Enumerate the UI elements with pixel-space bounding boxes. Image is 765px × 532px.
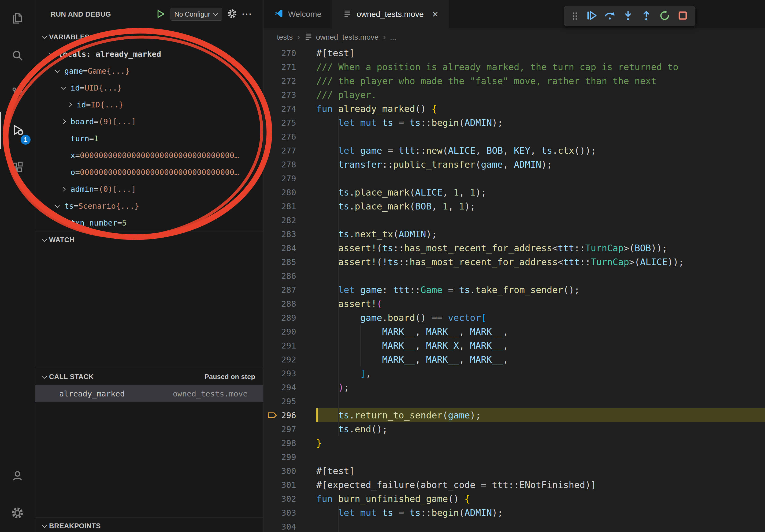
code-line-text[interactable]: ); [316, 381, 765, 394]
variable-row-id[interactable]: id = UID{...} [35, 79, 263, 96]
code-line-text[interactable] [316, 450, 765, 464]
activity-bar-item-explorer[interactable] [0, 0, 35, 37]
variable-row-locals-already_marked[interactable]: locals: already_marked [35, 46, 263, 62]
gutter[interactable]: 271 [264, 60, 316, 74]
variable-row-txn_number[interactable]: txn_number = 5 [35, 214, 263, 231]
gutter[interactable]: 289 [264, 311, 316, 325]
call-stack-frame[interactable]: already_markedowned_tests.move [35, 385, 263, 402]
code-line-text[interactable]: fun burn_unfinished_game() { [316, 492, 765, 506]
variable-row-o[interactable]: o = 000000000000000000000000000000000… [35, 164, 263, 180]
code-line-text[interactable]: MARK__, MARK__, MARK__, [316, 325, 765, 339]
gutter[interactable]: 286 [264, 269, 316, 283]
code-line-text[interactable]: ts.end(); [316, 422, 765, 436]
variable-row-board[interactable]: board = (9)[...] [35, 113, 263, 130]
variables-section-header[interactable]: VARIABLES [35, 28, 263, 46]
debug-config-dropdown[interactable]: No Configur [171, 8, 222, 21]
variable-row-turn[interactable]: turn = 1 [35, 130, 263, 147]
code-line-text[interactable]: MARK__, MARK_X, MARK__, [316, 339, 765, 353]
gutter[interactable]: 279 [264, 171, 316, 185]
gutter[interactable]: 294 [264, 381, 316, 394]
code-line-text[interactable]: ts.place_mark(ALICE, 1, 1); [316, 185, 765, 199]
code-line-text[interactable]: transfer::public_transfer(game, ADMIN); [316, 157, 765, 171]
code-line-text[interactable]: assert!(ts::has_most_recent_for_address<… [316, 241, 765, 255]
code-line-text[interactable]: let game: ttt::Game = ts.take_from_sende… [316, 283, 765, 297]
continue-button[interactable] [584, 9, 599, 24]
gutter[interactable]: 291 [264, 339, 316, 353]
gutter[interactable]: 297 [264, 422, 316, 436]
tab-welcome[interactable]: Welcome [264, 0, 333, 28]
call-stack-section-header[interactable]: CALL STACK Paused on step [35, 368, 263, 385]
code-line-text[interactable] [316, 394, 765, 408]
code-line-text[interactable]: assert!(!ts::has_most_recent_for_address… [316, 255, 765, 269]
code-line-text[interactable]: } [316, 436, 765, 450]
gutter[interactable]: 277 [264, 143, 316, 157]
code-line-text[interactable]: let mut ts = ts::begin(ADMIN); [316, 116, 765, 130]
gutter[interactable]: 292 [264, 353, 316, 367]
variable-row-ts[interactable]: ts = Scenario{...} [35, 197, 263, 214]
code-line-text[interactable]: #[test] [316, 464, 765, 478]
code-line-text[interactable]: let game = ttt::new(ALICE, BOB, KEY, ts.… [316, 143, 765, 157]
gutter[interactable]: 284 [264, 241, 316, 255]
code-line-text[interactable]: /// player. [316, 88, 765, 102]
code-line-text[interactable] [316, 213, 765, 227]
gutter[interactable]: 282 [264, 213, 316, 227]
gutter[interactable]: 281 [264, 199, 316, 213]
debug-gear-button[interactable] [227, 9, 237, 20]
code-line-text[interactable] [316, 171, 765, 185]
code-editor[interactable]: 270#[test]271/// When a position is alre… [264, 46, 765, 532]
code-line-text[interactable]: fun already_marked() { [316, 102, 765, 116]
gutter[interactable]: 270 [264, 46, 316, 60]
step-into-button[interactable] [620, 9, 635, 24]
code-line-text[interactable]: MARK__, MARK__, MARK__, [316, 353, 765, 367]
gutter[interactable]: 300 [264, 464, 316, 478]
gutter[interactable]: 275 [264, 116, 316, 130]
code-line-text[interactable]: ts.next_tx(ADMIN); [316, 227, 765, 241]
code-line-text[interactable] [316, 130, 765, 143]
activity-bar-item-search[interactable] [0, 37, 35, 75]
variable-row-x[interactable]: x = 000000000000000000000000000000000… [35, 147, 263, 164]
restart-button[interactable] [657, 9, 672, 24]
toolbar-grip-handle[interactable] [569, 11, 581, 21]
more-actions-button[interactable]: ··· [242, 10, 253, 19]
gutter[interactable]: 293 [264, 367, 316, 381]
gutter[interactable]: 288 [264, 297, 316, 311]
gutter[interactable]: 302 [264, 492, 316, 506]
activity-bar-item-settings[interactable] [0, 495, 35, 532]
code-line-text[interactable]: #[expected_failure(abort_code = ttt::ENo… [316, 478, 765, 492]
variable-row-admin[interactable]: admin = (0)[...] [35, 180, 263, 197]
gutter[interactable]: 272 [264, 74, 316, 88]
gutter[interactable]: 276 [264, 130, 316, 143]
close-tab-icon[interactable]: × [432, 9, 438, 19]
code-line-text[interactable]: #[test] [316, 46, 765, 60]
code-line-text[interactable]: ], [316, 367, 765, 381]
code-line-text[interactable]: assert!( [316, 297, 765, 311]
stop-button[interactable] [675, 9, 690, 24]
gutter[interactable]: 287 [264, 283, 316, 297]
start-debugging-button[interactable] [156, 9, 166, 20]
gutter[interactable]: 304 [264, 520, 316, 532]
gutter[interactable]: 280 [264, 185, 316, 199]
gutter[interactable]: 295 [264, 394, 316, 408]
code-line-text[interactable]: /// the player who made the "false" move… [316, 74, 765, 88]
code-line-text[interactable]: let mut ts = ts::begin(ADMIN); [316, 506, 765, 520]
code-line-text[interactable] [316, 520, 765, 532]
gutter[interactable]: 274 [264, 102, 316, 116]
gutter[interactable]: 301 [264, 478, 316, 492]
code-line-text[interactable]: ts.place_mark(BOB, 1, 1); [316, 199, 765, 213]
gutter[interactable]: 278 [264, 157, 316, 171]
breakpoints-section-header[interactable]: BREAKPOINTS [35, 517, 263, 532]
gutter[interactable]: 303 [264, 506, 316, 520]
gutter[interactable]: 298 [264, 436, 316, 450]
step-over-button[interactable] [602, 9, 617, 24]
activity-bar-item-extensions[interactable] [0, 149, 35, 186]
code-line-text[interactable]: /// When a position is already marked, t… [316, 60, 765, 74]
breadcrumb-item[interactable]: ... [390, 33, 396, 42]
code-line-text[interactable]: ts.return_to_sender(game); [316, 408, 765, 422]
gutter[interactable]: 273 [264, 88, 316, 102]
tab-owned_tests.move[interactable]: owned_tests.move× [333, 0, 449, 28]
breadcrumb-item[interactable]: tests [277, 33, 293, 42]
step-out-button[interactable] [639, 9, 654, 24]
breadcrumb-item[interactable]: owned_tests.move [304, 32, 379, 43]
activity-bar-item-source-control[interactable] [0, 75, 35, 112]
gutter[interactable]: 296 [264, 408, 316, 422]
